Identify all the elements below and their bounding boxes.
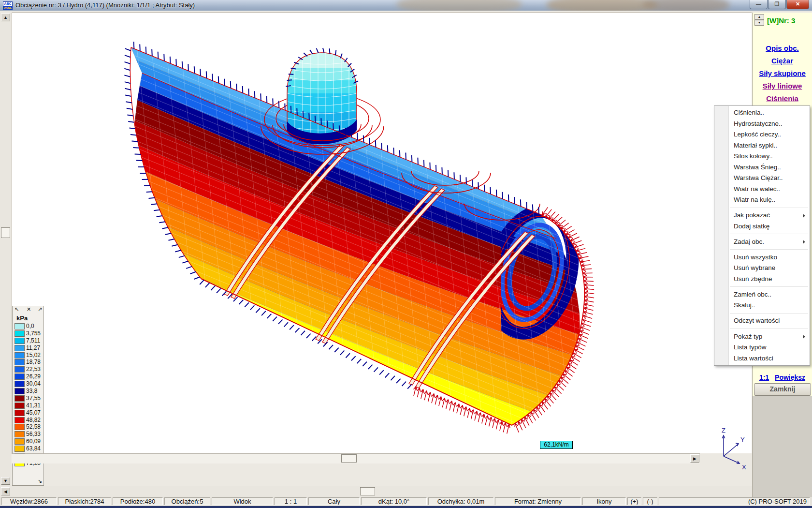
menu-item-zamie-obc-[interactable]: Zamień obc.. bbox=[714, 289, 810, 300]
legend-entry: 3,755 bbox=[13, 330, 44, 337]
menu-item-warstwa-nieg-[interactable]: Warstwa Śnieg.. bbox=[714, 162, 810, 173]
close-button[interactable]: ✕ bbox=[786, 0, 809, 9]
axis-x-label: X bbox=[742, 463, 746, 471]
legend-entry: 33,8 bbox=[13, 388, 44, 395]
window-bottom-edge bbox=[0, 506, 812, 508]
panel-link-ci-nienia[interactable]: Ciśnienia bbox=[753, 94, 812, 103]
status-cell-5[interactable]: 1 : 1 bbox=[275, 497, 307, 505]
menu-item-lista-typ-w[interactable]: Lista typów bbox=[714, 342, 810, 353]
menu-item-lepko-cieczy-[interactable]: Lepkość cieczy.. bbox=[714, 129, 810, 140]
menu-item-warstwa-ci-ar-[interactable]: Warstwa Ciężar.. bbox=[714, 173, 810, 184]
scroll-down-button[interactable]: ▼ bbox=[1, 477, 10, 485]
legend-entry: 30,04 bbox=[13, 380, 44, 388]
scroll-up-button[interactable]: ▲ bbox=[1, 14, 10, 21]
legend-swatch bbox=[14, 431, 25, 437]
legend-entry: 41,31 bbox=[13, 402, 44, 409]
status-cell-6[interactable]: Cały bbox=[308, 497, 360, 505]
panel-link-si-y-skupione[interactable]: Siły skupione bbox=[753, 69, 812, 77]
menu-item-wiatr-na-kul-[interactable]: Wiatr na kulę.. bbox=[714, 194, 810, 206]
menu-item-ci-nienia-[interactable]: Ciśnienia.. bbox=[714, 107, 810, 119]
menu-item-wiatr-na-walec-[interactable]: Wiatr na walec.. bbox=[714, 184, 810, 195]
menu-item-usu-zb-dne[interactable]: Usuń zbędne bbox=[714, 274, 810, 285]
status-cell-2[interactable]: Podłoże:480 bbox=[113, 497, 163, 505]
context-menu: Ciśnienia..Hydrostatyczne..Lepkość ciecz… bbox=[714, 105, 810, 366]
spinner-down-button[interactable]: ▼ bbox=[754, 20, 764, 26]
status-cell-0[interactable]: Węzłów:2866 bbox=[1, 497, 57, 505]
maximize-button[interactable]: ❐ bbox=[768, 0, 786, 9]
panel-link-ci-ar[interactable]: Ciężar bbox=[753, 57, 812, 65]
menu-item-odczyt-warto-ci[interactable]: Odczyt wartości bbox=[714, 315, 810, 327]
panel-link-si-y-liniowe[interactable]: Siły liniowe bbox=[753, 82, 812, 90]
horizontal-scroll-thumb[interactable] bbox=[360, 487, 375, 495]
menu-item-usu-wszystko[interactable]: Usuń wszystko bbox=[714, 252, 810, 263]
vertical-scrollbar[interactable] bbox=[0, 13, 11, 486]
legend-move-ne-icon[interactable]: ↗ bbox=[38, 306, 42, 313]
zoom-scale-link[interactable]: 1:1 bbox=[759, 374, 769, 381]
menu-separator bbox=[714, 232, 810, 237]
menu-item-poka-typ[interactable]: Pokaż typ bbox=[714, 331, 810, 343]
zoom-row: 1:1 Powiększ bbox=[753, 374, 812, 381]
legend-swatch bbox=[14, 374, 25, 380]
menu-item-materia-sypki-[interactable]: Materiał sypki.. bbox=[714, 140, 810, 151]
menu-item-silos-ko-owy-[interactable]: Silos kołowy.. bbox=[714, 151, 810, 162]
legend-unit-label: kPa bbox=[16, 314, 28, 322]
legend-value: 48,82 bbox=[26, 417, 41, 424]
legend-value: 33,8 bbox=[26, 388, 37, 395]
legend-swatch bbox=[14, 403, 25, 409]
menu-item-jak-pokaza-[interactable]: Jak pokazać bbox=[714, 210, 810, 221]
minimize-button[interactable]: — bbox=[750, 0, 768, 9]
menu-separator bbox=[714, 327, 810, 331]
legend-value: 3,755 bbox=[26, 330, 41, 337]
legend-value: 45,07 bbox=[26, 409, 41, 417]
legend-value: 18,78 bbox=[26, 359, 41, 366]
menu-separator bbox=[714, 311, 810, 316]
legend-scale: 0,03,7557,51111,2715,0218,7822,5326,2930… bbox=[13, 323, 44, 467]
legend-entry: 15,02 bbox=[13, 352, 44, 359]
menu-item-lista-warto-ci[interactable]: Lista wartości bbox=[714, 353, 810, 364]
legend-value: 56,33 bbox=[26, 431, 41, 438]
canvas-h-scroll-thumb[interactable] bbox=[341, 454, 357, 463]
axis-z-label: Z bbox=[722, 427, 725, 434]
zoom-in-link[interactable]: Powiększ bbox=[775, 374, 805, 381]
status-cell-11[interactable]: (+) bbox=[627, 497, 641, 505]
legend-swatch bbox=[14, 395, 25, 402]
wallpaper-glimpse bbox=[546, 0, 657, 11]
submenu-arrow-icon bbox=[803, 240, 805, 244]
spinner-up-button[interactable]: ▲ bbox=[754, 14, 764, 20]
close-panel-button[interactable]: Zamknij bbox=[754, 383, 811, 396]
horizontal-scrollbar[interactable] bbox=[0, 486, 812, 497]
legend-swatch bbox=[14, 381, 25, 387]
status-cell-8[interactable]: Odchyłka: 0,01m bbox=[428, 497, 493, 505]
status-cell-9[interactable]: Format: Zmienny bbox=[495, 497, 581, 505]
legend-resize-icon[interactable]: ↘ bbox=[38, 478, 42, 484]
legend-move-nw-icon[interactable]: ↖ bbox=[14, 306, 19, 313]
status-cell-12[interactable]: (-) bbox=[643, 497, 657, 505]
panel-lower-area bbox=[752, 396, 812, 497]
canvas-scroll-right-button[interactable]: ▶ bbox=[690, 454, 699, 463]
legend-swatch bbox=[14, 366, 25, 373]
status-cell-1[interactable]: Płaskich:2784 bbox=[58, 497, 111, 505]
axis-triad: Z Y X bbox=[707, 426, 753, 472]
menu-item-zadaj-obc-[interactable]: Zadaj obc. bbox=[714, 237, 810, 248]
panel-link-opis-obc-[interactable]: Opis obc. bbox=[753, 44, 812, 52]
menu-item-hydrostatyczne-[interactable]: Hydrostatyczne.. bbox=[714, 119, 810, 130]
legend-swatch bbox=[14, 424, 25, 430]
legend-value: 41,31 bbox=[26, 402, 41, 409]
status-cell-7[interactable]: dKąt: 10,0° bbox=[361, 497, 427, 505]
legend-swatch bbox=[14, 446, 25, 452]
status-cell-4[interactable]: Widok bbox=[212, 497, 273, 505]
window-title: Obciążenie nr: 3 / Hydro (4,117) (Mnożni… bbox=[15, 1, 195, 9]
menu-item-usu-wybrane[interactable]: Usuń wybrane bbox=[714, 263, 810, 274]
vertical-scroll-thumb[interactable] bbox=[1, 227, 10, 238]
menu-item-dodaj-siatk-[interactable]: Dodaj siatkę bbox=[714, 221, 810, 232]
scroll-left-button[interactable]: ◀ bbox=[1, 487, 10, 495]
legend-close-icon[interactable]: ✕ bbox=[27, 306, 31, 313]
legend-swatch bbox=[14, 410, 25, 416]
status-cell-10[interactable]: Ikony bbox=[582, 497, 626, 505]
menu-item-skaluj-[interactable]: Skaluj.. bbox=[714, 300, 810, 311]
drawing-canvas[interactable] bbox=[12, 13, 752, 453]
status-cell-3[interactable]: Obciążeń:5 bbox=[164, 497, 210, 505]
menu-separator bbox=[714, 206, 810, 210]
legend-entry: 37,55 bbox=[13, 395, 44, 402]
legend-value: 26,29 bbox=[26, 373, 41, 380]
